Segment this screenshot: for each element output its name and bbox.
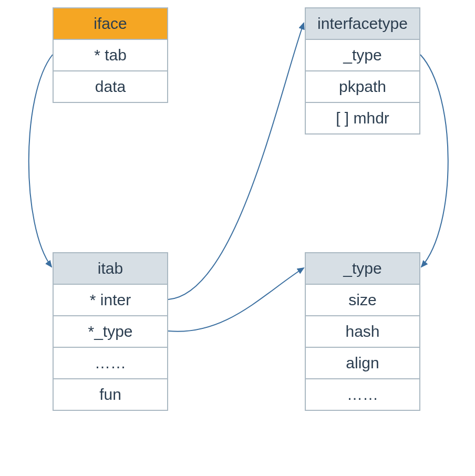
arrow-type-to-typebox: [168, 268, 304, 332]
box-itab: itab * inter *_type …… fun: [53, 252, 168, 411]
box-iface-field-data: data: [53, 71, 168, 102]
box-itab-header: itab: [53, 253, 168, 284]
box-type-field-align: align: [305, 347, 420, 379]
box-interfacetype-field-mhdr: [ ] mhdr: [305, 102, 420, 134]
arrow-inter-to-interfacetype: [168, 23, 304, 299]
arrow-tab-to-itab: [29, 55, 53, 267]
box-type-field-hash: hash: [305, 316, 420, 347]
box-type-field-ellipsis: ……: [305, 379, 420, 410]
box-interfacetype-field-type: _type: [305, 39, 420, 71]
box-itab-field-inter: * inter: [53, 284, 168, 316]
box-iface: iface * tab data: [53, 7, 168, 103]
box-interfacetype: interfacetype _type pkpath [ ] mhdr: [305, 7, 420, 134]
box-interfacetype-header: interfacetype: [305, 8, 420, 39]
box-iface-field-tab: * tab: [53, 39, 168, 71]
box-itab-field-type: *_type: [53, 316, 168, 347]
box-type-header: _type: [305, 253, 420, 284]
box-iface-header: iface: [53, 8, 168, 39]
box-itab-field-ellipsis: ……: [53, 347, 168, 379]
box-type: _type size hash align ……: [305, 252, 420, 411]
arrow-interfacetype-to-typebox: [420, 55, 448, 267]
box-interfacetype-field-pkpath: pkpath: [305, 71, 420, 102]
box-itab-field-fun: fun: [53, 379, 168, 410]
box-type-field-size: size: [305, 284, 420, 316]
